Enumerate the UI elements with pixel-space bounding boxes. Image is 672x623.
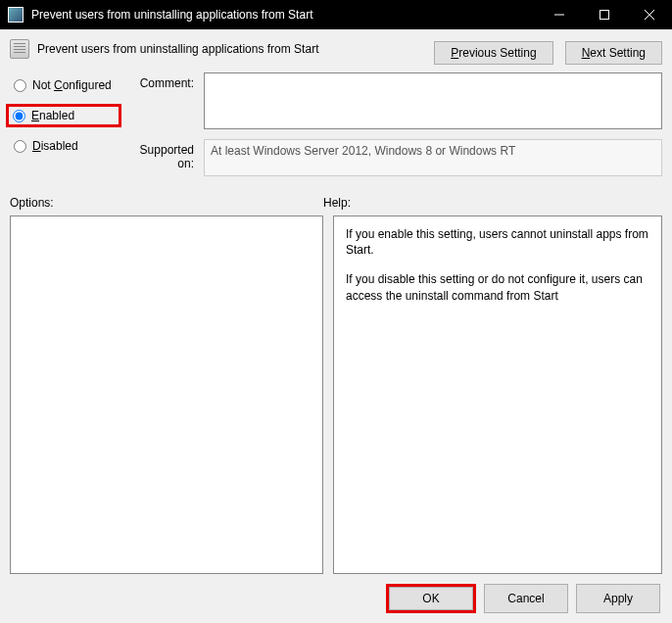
help-label: Help:: [323, 196, 662, 210]
options-pane[interactable]: [10, 216, 323, 574]
supported-on-text: At least Windows Server 2012, Windows 8 …: [204, 139, 662, 176]
previous-setting-button[interactable]: Previous Setting: [434, 41, 552, 65]
app-icon: [8, 7, 24, 23]
close-button[interactable]: [627, 0, 672, 29]
supported-on-label: Supported on:: [125, 139, 204, 170]
client-area: Prevent users from uninstalling applicat…: [0, 29, 672, 623]
radio-enabled[interactable]: Enabled: [9, 107, 99, 124]
svg-line-2: [645, 10, 654, 20]
apply-button[interactable]: Apply: [576, 584, 660, 613]
minimize-button[interactable]: [537, 0, 582, 29]
title-bar: Prevent users from uninstalling applicat…: [0, 0, 672, 29]
window-title: Prevent users from uninstalling applicat…: [31, 8, 537, 22]
cancel-button[interactable]: Cancel: [484, 584, 568, 613]
comment-label: Comment:: [125, 72, 204, 90]
maximize-button[interactable]: [582, 0, 627, 29]
policy-icon: [10, 39, 29, 59]
options-label: Options:: [10, 196, 323, 210]
help-paragraph: If you enable this setting, users cannot…: [346, 226, 649, 258]
comment-textarea[interactable]: [204, 72, 662, 129]
help-paragraph: If you disable this setting or do not co…: [346, 271, 649, 303]
help-pane[interactable]: If you enable this setting, users cannot…: [333, 216, 662, 574]
next-setting-button[interactable]: Next Setting: [565, 41, 662, 65]
svg-line-3: [645, 10, 654, 20]
state-radio-group: Not Configured Enabled Disabled: [10, 72, 118, 186]
svg-rect-1: [600, 11, 609, 20]
ok-button[interactable]: OK: [389, 587, 473, 610]
radio-not-configured[interactable]: Not Configured: [10, 76, 118, 94]
policy-title: Prevent users from uninstalling applicat…: [37, 39, 434, 56]
radio-disabled[interactable]: Disabled: [10, 137, 118, 155]
